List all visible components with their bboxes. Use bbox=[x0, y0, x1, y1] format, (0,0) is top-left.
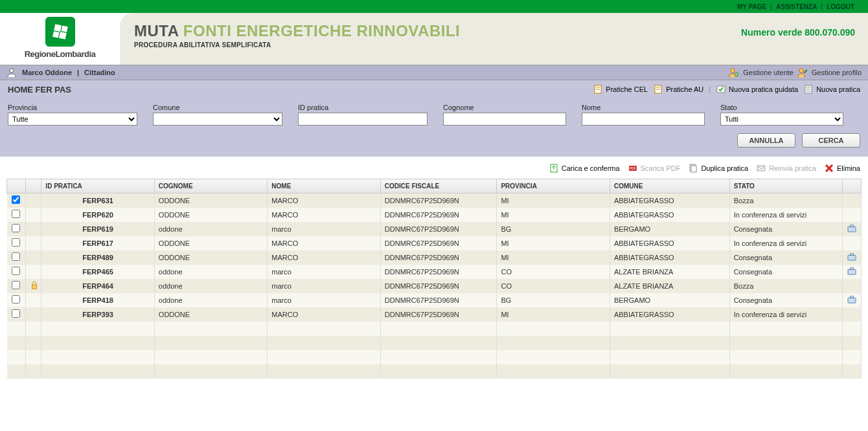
row-checkbox[interactable] bbox=[12, 267, 20, 275]
row-action-cell bbox=[843, 307, 862, 322]
app-subtitle: PROCEDURA ABILITATIVA SEMPLIFICATA bbox=[134, 41, 868, 49]
resend-icon bbox=[756, 163, 766, 173]
nuova-pratica-guidata-link[interactable]: Nuova pratica guidata bbox=[716, 84, 798, 94]
row-provincia: CO bbox=[497, 279, 610, 293]
elimina-tool[interactable]: Elimina bbox=[824, 163, 860, 173]
svg-rect-29 bbox=[851, 296, 854, 298]
cerca-button[interactable]: CERCA bbox=[802, 133, 860, 148]
svg-rect-21 bbox=[848, 227, 856, 232]
row-id: FERP489 bbox=[41, 250, 154, 265]
row-nome: marco bbox=[268, 293, 380, 307]
carica-conferma-tool[interactable]: Carica e conferma bbox=[549, 163, 620, 173]
header-cf[interactable]: CODICE FISCALE bbox=[380, 179, 497, 193]
row-checkbox[interactable] bbox=[12, 224, 20, 232]
row-id: FERP617 bbox=[41, 236, 154, 250]
table-row[interactable]: FERP619oddonemarcoDDNMRC67P25D969NBGBERG… bbox=[7, 222, 862, 236]
duplica-tool[interactable]: Duplica pratica bbox=[688, 163, 748, 173]
header-nome[interactable]: NOME bbox=[268, 179, 380, 193]
row-cf: DDNMRC67P25D969N bbox=[380, 265, 497, 279]
table-row[interactable]: FERP617ODDONEMARCODDNMRC67P25D969NMIABBI… bbox=[7, 236, 862, 250]
row-comune: ABBIATEGRASSO bbox=[610, 236, 729, 250]
row-checkbox[interactable] bbox=[12, 281, 20, 289]
row-cognome: ODDONE bbox=[154, 208, 267, 222]
row-nome: MARCO bbox=[268, 236, 380, 250]
header-cognome[interactable]: COGNOME bbox=[154, 179, 267, 193]
row-nome: marco bbox=[268, 222, 380, 236]
briefcase-icon[interactable] bbox=[847, 297, 856, 305]
svg-point-0 bbox=[10, 69, 14, 72]
table-row[interactable]: FERP620ODDONEMARCODDNMRC67P25D969NMIABBI… bbox=[7, 208, 862, 222]
briefcase-icon[interactable] bbox=[847, 269, 856, 276]
row-id: FERP619 bbox=[41, 222, 154, 236]
row-nome: MARCO bbox=[268, 307, 380, 322]
pratiche-table: ID PRATICA COGNOME NOME CODICE FISCALE P… bbox=[6, 179, 862, 379]
logo-icon bbox=[45, 17, 75, 47]
comune-select[interactable] bbox=[153, 113, 282, 126]
gestione-utente-link[interactable]: Gestione utente bbox=[743, 69, 794, 76]
row-lock-cell bbox=[25, 265, 41, 279]
profile-settings-icon bbox=[797, 67, 808, 78]
pratiche-cel-link[interactable]: Pratiche CEL bbox=[593, 84, 648, 94]
table-row[interactable]: FERP418oddonemarcoDDNMRC67P25D969NBGBERG… bbox=[7, 293, 862, 307]
row-id: FERP393 bbox=[41, 307, 154, 322]
duplicate-icon bbox=[688, 163, 698, 173]
svg-text:PDF: PDF bbox=[630, 166, 636, 170]
logo-box: RegioneLombardia bbox=[0, 13, 120, 65]
annulla-button[interactable]: ANNULLA bbox=[737, 133, 795, 148]
row-checkbox[interactable] bbox=[12, 210, 20, 218]
header-id[interactable]: ID PRATICA bbox=[41, 179, 154, 193]
pratiche-au-link[interactable]: Pratiche AU bbox=[653, 84, 703, 94]
header: RegioneLombardia MUTA FONTI ENERGETICHE … bbox=[0, 13, 868, 65]
header-provincia[interactable]: PROVINCIA bbox=[497, 179, 610, 193]
svg-rect-25 bbox=[848, 269, 856, 274]
svg-rect-22 bbox=[851, 225, 854, 227]
row-cf: DDNMRC67P25D969N bbox=[380, 293, 497, 307]
nome-label: Nome bbox=[582, 104, 705, 111]
row-cf: DDNMRC67P25D969N bbox=[380, 208, 497, 222]
row-checkbox[interactable] bbox=[12, 295, 20, 304]
gestione-profilo-link[interactable]: Gestione profilo bbox=[812, 69, 862, 76]
table-row[interactable]: FERP631ODDONEMARCODDNMRC67P25D969NMIABBI… bbox=[7, 193, 862, 208]
header-stato[interactable]: STATO bbox=[729, 179, 842, 193]
row-provincia: MI bbox=[497, 193, 610, 208]
assistenza-link[interactable]: ASSISTENZA bbox=[776, 3, 817, 10]
nome-input[interactable] bbox=[582, 113, 705, 126]
svg-rect-27 bbox=[32, 285, 36, 289]
row-id: FERP464 bbox=[41, 279, 154, 293]
table-row[interactable]: FERP393ODDONEMARCODDNMRC67P25D969NMIABBI… bbox=[7, 307, 862, 322]
logout-link[interactable]: LOGOUT bbox=[827, 3, 854, 10]
briefcase-icon[interactable] bbox=[847, 226, 856, 234]
page-title: HOME FER PAS bbox=[8, 85, 71, 94]
nuova-pratica-link[interactable]: Nuova pratica bbox=[803, 84, 860, 94]
svg-point-1 bbox=[731, 69, 735, 72]
table-row[interactable]: FERP489ODDONEMARCODDNMRC67P25D969NMIABBI… bbox=[7, 250, 862, 265]
row-checkbox[interactable] bbox=[12, 195, 20, 204]
delete-icon bbox=[824, 163, 834, 173]
pdf-icon: PDF bbox=[628, 163, 638, 173]
separator: | bbox=[821, 3, 823, 10]
row-checkbox[interactable] bbox=[12, 252, 20, 261]
header-comune[interactable]: COMUNE bbox=[610, 179, 729, 193]
row-lock-cell bbox=[25, 279, 41, 293]
user-role: Cittadino bbox=[84, 69, 115, 76]
idpratica-input[interactable] bbox=[298, 113, 428, 126]
scarica-pdf-tool[interactable]: PDF Scarica PDF bbox=[628, 163, 681, 173]
filters-panel: Provincia Tutte Comune ID pratica Cognom… bbox=[0, 98, 868, 133]
my-page-link[interactable]: MY PAGE bbox=[737, 3, 766, 10]
cognome-input[interactable] bbox=[443, 113, 566, 126]
stato-select[interactable]: Tutti bbox=[720, 113, 843, 126]
table-row[interactable]: FERP465oddonemarcoDDNMRC67P25D969NCOALZA… bbox=[7, 265, 862, 279]
svg-rect-28 bbox=[848, 298, 856, 303]
row-cf: DDNMRC67P25D969N bbox=[380, 222, 497, 236]
table-row[interactable]: FERP464oddonemarcoDDNMRC67P25D969NCOALZA… bbox=[7, 279, 862, 293]
table-row-empty bbox=[7, 336, 862, 350]
briefcase-icon[interactable] bbox=[847, 254, 856, 262]
comune-label: Comune bbox=[153, 104, 282, 111]
reinvia-tool[interactable]: Reinvia pratica bbox=[756, 163, 816, 173]
provincia-select[interactable]: Tutte bbox=[8, 113, 137, 126]
row-checkbox[interactable] bbox=[12, 238, 20, 247]
row-action-cell bbox=[843, 279, 862, 293]
user-bar: Marco Oddone | Cittadino Gestione utente… bbox=[0, 65, 868, 80]
row-checkbox[interactable] bbox=[12, 309, 20, 318]
document-icon bbox=[653, 84, 663, 94]
